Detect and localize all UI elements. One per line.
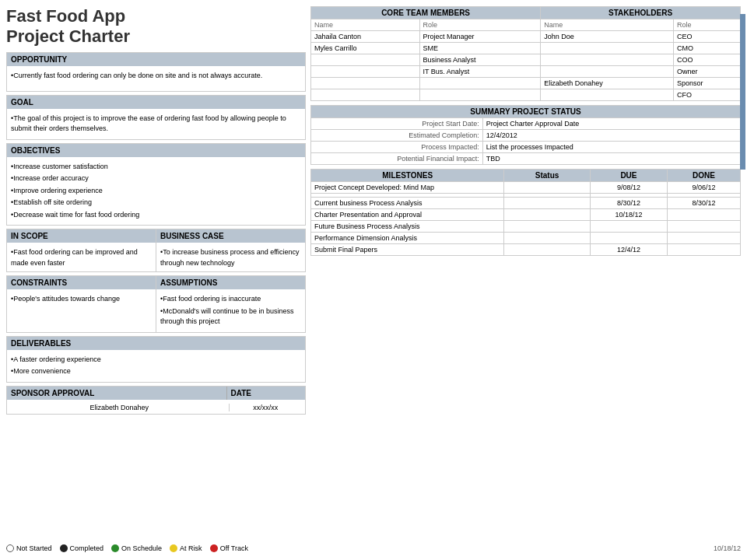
- opportunity-content: •Currently fast food ordering can only b…: [7, 68, 305, 91]
- stakeholder-role: CFO: [674, 89, 741, 101]
- team-member-role: [419, 78, 541, 89]
- milestone-done: [668, 233, 741, 244]
- milestone-status: [504, 221, 590, 233]
- assumptions-col: ASSUMPTIONS •Fast food ordering is inacc…: [156, 276, 305, 332]
- assumption-item: •Fast food ordering is inaccurate: [160, 294, 301, 305]
- legend-icon: [6, 544, 14, 552]
- milestone-done: [668, 244, 741, 256]
- team-member-role: [419, 89, 541, 101]
- team-role-col-header: Role: [419, 19, 541, 31]
- milestone-done: [668, 221, 741, 233]
- team-member-name: Myles Carrillo: [311, 43, 420, 54]
- stakeholder-role: CEO: [674, 31, 741, 43]
- milestone-due: 9/08/12: [590, 182, 667, 194]
- milestone-row: Project Concept Developed: Mind Map 9/08…: [311, 182, 741, 194]
- accent-bar: [740, 14, 745, 170]
- stakeholder-role: Sponsor: [674, 78, 741, 89]
- title-block: Fast Food App Project Charter: [6, 6, 306, 47]
- legend-icon: [111, 544, 119, 552]
- opportunity-section: OPPORTUNITY •Currently fast food orderin…: [6, 52, 306, 92]
- table-row: CFO: [311, 89, 741, 101]
- milestones-table: MILESTONES Status DUE DONE Project Conce…: [310, 169, 741, 256]
- summary-label: Process Impacted:: [311, 142, 483, 153]
- milestones-due-header: DUE: [590, 170, 667, 182]
- milestone-due: [590, 233, 667, 244]
- legend-item: On Schedule: [111, 544, 162, 552]
- milestone-row: Current business Process Analysis 8/30/1…: [311, 198, 741, 209]
- team-member-role: IT Bus. Analyst: [419, 66, 541, 78]
- summary-value: 12/4/2012: [482, 130, 740, 142]
- milestone-status: [504, 233, 590, 244]
- team-member-name: Jahaila Canton: [311, 31, 420, 43]
- objective-item: •Increase order accuracy: [11, 173, 301, 184]
- milestone-row: Submit Final Papers 12/4/12: [311, 244, 741, 256]
- objective-item: •Increase customer satisfaction: [11, 162, 301, 173]
- left-column: Fast Food App Project Charter OPPORTUNIT…: [6, 6, 306, 540]
- stakeholder-name: [541, 89, 674, 101]
- legend-label: Completed: [70, 544, 104, 552]
- legend-label: Off Track: [220, 544, 248, 552]
- sponsor-date: xx/xx/xx: [229, 404, 303, 411]
- legend-label: Not Started: [16, 544, 52, 552]
- business-case-header: BUSINESS CASE: [156, 229, 305, 243]
- core-team-header: CORE TEAM MEMBERS: [311, 7, 541, 19]
- sponsor-section: SPONSOR APPROVAL DATE Elizabeth Donahey …: [6, 386, 306, 415]
- assumptions-content: •Fast food ordering is inaccurate•McDona…: [156, 291, 305, 332]
- assumption-item: •McDonald's will continue to be in busin…: [160, 306, 301, 327]
- deliverables-header: DELIVERABLES: [7, 337, 305, 350]
- in-scope-content: •Fast food ordering can be improved and …: [7, 244, 156, 271]
- milestone-name: Project Concept Developed: Mind Map: [311, 182, 504, 194]
- goal-section: GOAL •The goal of this project is to imp…: [6, 95, 306, 140]
- summary-header: SUMMARY PROJECT STATUS: [311, 106, 741, 118]
- team-member-name: [311, 54, 420, 66]
- assumptions-header: ASSUMPTIONS: [156, 276, 305, 289]
- objectives-section: OBJECTIVES •Increase customer satisfacti…: [6, 143, 306, 226]
- stakeholder-name: [541, 66, 674, 78]
- sponsor-row: Elizabeth Donahey xx/xx/xx: [7, 401, 305, 414]
- deliverable-item: •More convenience: [11, 366, 301, 377]
- date-header: DATE: [226, 387, 306, 400]
- legend-item: Off Track: [210, 544, 248, 552]
- summary-row: Estimated Completion: 12/4/2012: [311, 130, 741, 142]
- stakeholder-role: CMO: [674, 43, 741, 54]
- constraints-col: CONSTRAINTS •People's attitudes towards …: [7, 276, 156, 332]
- footer: Not StartedCompletedOn ScheduleAt RiskOf…: [6, 543, 741, 554]
- stakeholders-header: STAKEHOLDERS: [541, 7, 741, 19]
- deliverables-section: DELIVERABLES •A faster ordering experien…: [6, 336, 306, 383]
- milestone-due: 8/30/12: [590, 198, 667, 209]
- scope-business-row: IN SCOPE •Fast food ordering can be impr…: [6, 229, 306, 272]
- team-member-name: [311, 66, 420, 78]
- milestone-name: Charter Presentation and Approval: [311, 209, 504, 221]
- opportunity-header: OPPORTUNITY: [7, 53, 305, 66]
- summary-value: TBD: [482, 153, 740, 165]
- table-row: Myles Carrillo SME CMO: [311, 43, 741, 54]
- milestone-done: [668, 209, 741, 221]
- summary-row: Process Impacted: List the processes Imp…: [311, 142, 741, 153]
- milestone-due: [590, 221, 667, 233]
- milestone-done: 8/30/12: [668, 198, 741, 209]
- summary-label: Potential Financial Impact:: [311, 153, 483, 165]
- stakeholder-name: [541, 54, 674, 66]
- legend-icon: [170, 544, 177, 552]
- milestone-status: [504, 209, 590, 221]
- milestone-row: Performance Dimension Analysis: [311, 233, 741, 244]
- project-title: Fast Food App Project Charter: [6, 6, 306, 47]
- summary-label: Estimated Completion:: [311, 130, 483, 142]
- milestone-status: [504, 182, 590, 194]
- team-member-role: Project Manager: [419, 31, 541, 43]
- summary-table: SUMMARY PROJECT STATUS Project Start Dat…: [310, 105, 741, 165]
- legend-item: Not Started: [6, 544, 52, 552]
- milestone-row: Future Business Process Analysis: [311, 221, 741, 233]
- team-member-role: SME: [419, 43, 541, 54]
- team-member-name: [311, 89, 420, 101]
- milestone-done: 9/06/12: [668, 182, 741, 194]
- in-scope-col: IN SCOPE •Fast food ordering can be impr…: [7, 229, 156, 271]
- goal-header: GOAL: [7, 96, 305, 109]
- stakeholder-role: Owner: [674, 66, 741, 78]
- sponsor-approval-header: SPONSOR APPROVAL: [7, 387, 226, 400]
- milestone-name: Current business Process Analysis: [311, 198, 504, 209]
- team-member-role: Business Analyst: [419, 54, 541, 66]
- summary-row: Potential Financial Impact: TBD: [311, 153, 741, 165]
- in-scope-header: IN SCOPE: [7, 229, 156, 243]
- stakeholder-name: Elizabeth Donahey: [541, 78, 674, 89]
